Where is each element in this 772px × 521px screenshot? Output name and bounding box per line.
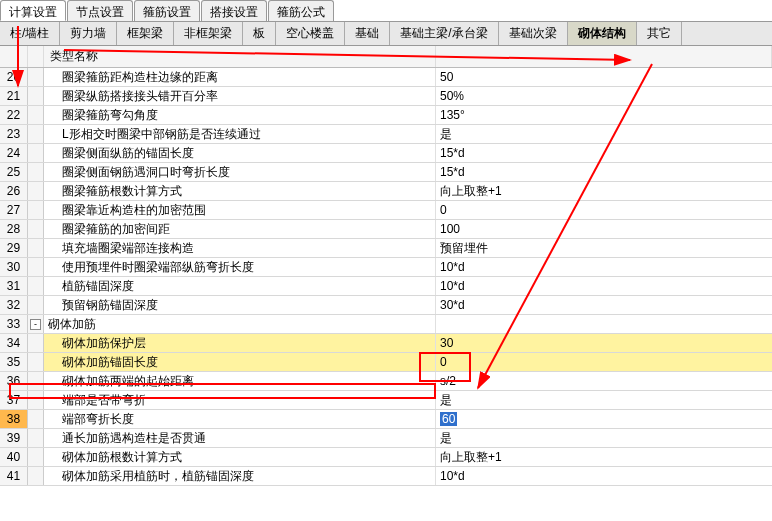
table-row[interactable]: 33-砌体加筋: [0, 315, 772, 334]
subtab-fnd-sec-beam[interactable]: 基础次梁: [499, 22, 568, 45]
tree-toggle-cell: [28, 163, 44, 181]
tree-toggle-cell: [28, 239, 44, 257]
table-row[interactable]: 35砌体加筋锚固长度0: [0, 353, 772, 372]
row-name: 植筋锚固深度: [44, 277, 436, 295]
tree-toggle-cell: [28, 220, 44, 238]
table-row[interactable]: 30使用预埋件时圈梁端部纵筋弯折长度10*d: [0, 258, 772, 277]
row-number: 20: [0, 68, 28, 86]
table-row[interactable]: 27圈梁靠近构造柱的加密范围0: [0, 201, 772, 220]
row-value[interactable]: 是: [436, 429, 772, 447]
data-table: 20圈梁箍筋距构造柱边缘的距离5021圈梁纵筋搭接接头错开百分率50%22圈梁箍…: [0, 68, 772, 486]
row-value[interactable]: 0: [436, 353, 772, 371]
tree-toggle-cell: [28, 201, 44, 219]
tree-toggle-cell: [28, 277, 44, 295]
row-value[interactable]: s/2: [436, 372, 772, 390]
tree-toggle-cell[interactable]: -: [28, 315, 44, 333]
row-number: 23: [0, 125, 28, 143]
row-name: 圈梁箍筋弯勾角度: [44, 106, 436, 124]
tab-node-settings[interactable]: 节点设置: [67, 0, 133, 21]
row-value[interactable]: 15*d: [436, 144, 772, 162]
table-row[interactable]: 25圈梁侧面钢筋遇洞口时弯折长度15*d: [0, 163, 772, 182]
tab-calc-settings[interactable]: 计算设置: [0, 0, 66, 21]
table-row[interactable]: 29填充墙圈梁端部连接构造预留埋件: [0, 239, 772, 258]
row-value[interactable]: 30: [436, 334, 772, 352]
row-number: 37: [0, 391, 28, 409]
table-row[interactable]: 24圈梁侧面纵筋的锚固长度15*d: [0, 144, 772, 163]
table-row[interactable]: 22圈梁箍筋弯勾角度135°: [0, 106, 772, 125]
collapse-icon[interactable]: -: [30, 319, 41, 330]
table-row[interactable]: 40砌体加筋根数计算方式向上取整+1: [0, 448, 772, 467]
row-value[interactable]: 10*d: [436, 277, 772, 295]
row-number: 22: [0, 106, 28, 124]
subtab-frame-beam[interactable]: 框架梁: [117, 22, 174, 45]
tab-stirrup-settings[interactable]: 箍筋设置: [134, 0, 200, 21]
table-row[interactable]: 34砌体加筋保护层30: [0, 334, 772, 353]
row-name: 圈梁纵筋搭接接头错开百分率: [44, 87, 436, 105]
row-value[interactable]: 100: [436, 220, 772, 238]
row-name: 端部弯折长度: [44, 410, 436, 428]
table-row[interactable]: 28圈梁箍筋的加密间距100: [0, 220, 772, 239]
tree-toggle-cell: [28, 410, 44, 428]
row-name: 圈梁箍筋的加密间距: [44, 220, 436, 238]
tree-toggle-cell: [28, 125, 44, 143]
row-number: 21: [0, 87, 28, 105]
subtab-column[interactable]: 柱/墙柱: [0, 22, 60, 45]
table-row[interactable]: 39通长加筋遇构造柱是否贯通是: [0, 429, 772, 448]
row-value[interactable]: 10*d: [436, 258, 772, 276]
table-row[interactable]: 31植筋锚固深度10*d: [0, 277, 772, 296]
row-value[interactable]: 50%: [436, 87, 772, 105]
row-number: 27: [0, 201, 28, 219]
row-value[interactable]: 60: [436, 410, 772, 428]
table-row[interactable]: 38端部弯折长度60: [0, 410, 772, 429]
subtab-foundation[interactable]: 基础: [345, 22, 390, 45]
row-value[interactable]: 预留埋件: [436, 239, 772, 257]
tree-toggle-cell: [28, 296, 44, 314]
table-row[interactable]: 21圈梁纵筋搭接接头错开百分率50%: [0, 87, 772, 106]
selected-value[interactable]: 60: [440, 412, 457, 426]
table-row[interactable]: 20圈梁箍筋距构造柱边缘的距离50: [0, 68, 772, 87]
row-value[interactable]: 135°: [436, 106, 772, 124]
tab-stirrup-formula[interactable]: 箍筋公式: [268, 0, 334, 21]
table-row[interactable]: 32预留钢筋锚固深度30*d: [0, 296, 772, 315]
tree-toggle-cell: [28, 68, 44, 86]
row-value[interactable]: 0: [436, 201, 772, 219]
table-row[interactable]: 23L形相交时圈梁中部钢筋是否连续通过是: [0, 125, 772, 144]
subtab-shearwall[interactable]: 剪力墙: [60, 22, 117, 45]
row-value[interactable]: [436, 315, 772, 333]
row-name: 砌体加筋保护层: [44, 334, 436, 352]
subtab-hollow-floor[interactable]: 空心楼盖: [276, 22, 345, 45]
row-number: 35: [0, 353, 28, 371]
row-name: 圈梁侧面钢筋遇洞口时弯折长度: [44, 163, 436, 181]
table-row[interactable]: 26圈梁箍筋根数计算方式向上取整+1: [0, 182, 772, 201]
table-row[interactable]: 37端部是否带弯折是: [0, 391, 772, 410]
subtab-fnd-main-beam[interactable]: 基础主梁/承台梁: [390, 22, 498, 45]
row-number: 31: [0, 277, 28, 295]
row-name: 通长加筋遇构造柱是否贯通: [44, 429, 436, 447]
row-number: 25: [0, 163, 28, 181]
subtab-nonframe-beam[interactable]: 非框架梁: [174, 22, 243, 45]
row-number: 29: [0, 239, 28, 257]
row-number: 40: [0, 448, 28, 466]
tree-toggle-cell: [28, 391, 44, 409]
row-value[interactable]: 15*d: [436, 163, 772, 181]
row-value[interactable]: 10*d: [436, 467, 772, 485]
row-value[interactable]: 30*d: [436, 296, 772, 314]
row-value[interactable]: 是: [436, 125, 772, 143]
row-value[interactable]: 50: [436, 68, 772, 86]
subtab-slab[interactable]: 板: [243, 22, 276, 45]
row-name: 砌体加筋采用植筋时，植筋锚固深度: [44, 467, 436, 485]
row-value[interactable]: 向上取整+1: [436, 182, 772, 200]
row-value[interactable]: 向上取整+1: [436, 448, 772, 466]
row-number: 28: [0, 220, 28, 238]
tab-lap-settings[interactable]: 搭接设置: [201, 0, 267, 21]
row-value[interactable]: 是: [436, 391, 772, 409]
subtab-masonry[interactable]: 砌体结构: [568, 22, 637, 45]
subtab-other[interactable]: 其它: [637, 22, 682, 45]
tree-toggle-cell: [28, 87, 44, 105]
row-name: 砌体加筋根数计算方式: [44, 448, 436, 466]
table-row[interactable]: 36砌体加筋两端的起始距离s/2: [0, 372, 772, 391]
tree-toggle-cell: [28, 353, 44, 371]
row-number: 26: [0, 182, 28, 200]
row-name: 砌体加筋锚固长度: [44, 353, 436, 371]
table-row[interactable]: 41砌体加筋采用植筋时，植筋锚固深度10*d: [0, 467, 772, 486]
